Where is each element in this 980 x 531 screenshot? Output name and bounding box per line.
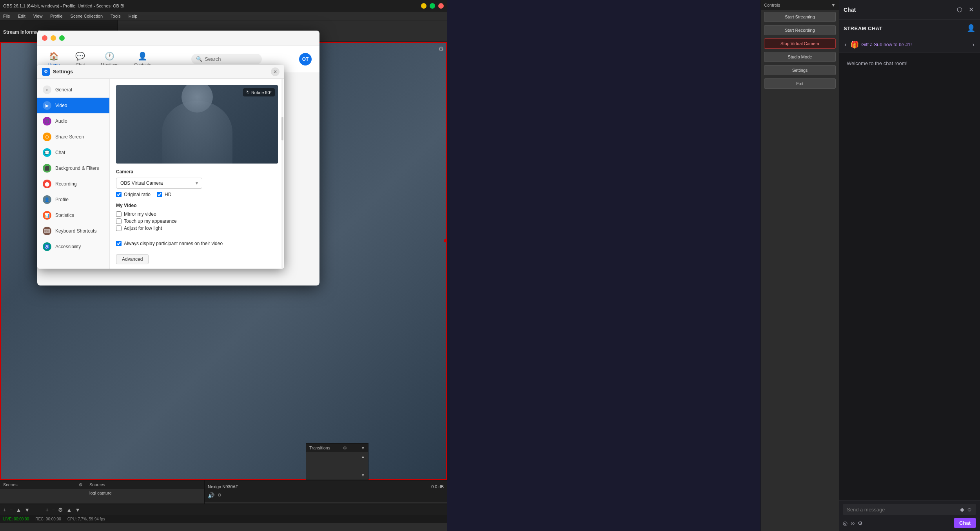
rotate-90-btn[interactable]: ↻ Rotate 90° <box>243 88 275 96</box>
chat-points-icon[interactable]: ◆ <box>960 506 964 513</box>
remove-scene-btn[interactable]: − <box>9 507 13 513</box>
exit-btn[interactable]: Exit <box>764 78 836 89</box>
share-screen-nav-label: Share Screen <box>55 134 84 140</box>
add-source-btn[interactable]: + <box>45 507 49 513</box>
sources-panel: Sources logi capture <box>86 480 205 504</box>
chat-send-button[interactable]: Chat <box>954 518 976 528</box>
settings-close-button[interactable]: ✕ <box>271 67 279 76</box>
scenes-header: Scenes ⚙ <box>0 480 86 489</box>
hd-label[interactable]: HD <box>165 192 171 197</box>
chat-gear-icon[interactable]: ⚙ <box>858 520 863 526</box>
move-scene-down-btn[interactable]: ▼ <box>24 507 30 513</box>
settings-nav-keyboard[interactable]: ⌨ Keyboard Shortcuts <box>37 223 109 239</box>
obs-settings-btn[interactable]: Settings <box>764 65 836 75</box>
audio-mute-icon[interactable]: 🔊 <box>208 492 214 498</box>
settings-nav-video[interactable]: ▶ Video <box>37 98 109 113</box>
zoom-search-bar[interactable]: 🔍 <box>191 54 262 64</box>
original-ratio-label[interactable]: Original ratio <box>124 192 151 197</box>
transitions-collapse-icon[interactable]: ▼ <box>361 446 365 450</box>
settings-nav-statistics[interactable]: 📊 Statistics <box>37 207 109 223</box>
mirror-label[interactable]: Mirror my video <box>124 211 156 217</box>
settings-nav-audio[interactable]: 🎵 Audio <box>37 113 109 129</box>
zoom-user-avatar[interactable]: OT <box>299 53 312 65</box>
bg-nav-label: Background & Filters <box>55 165 99 171</box>
rotate-icon: ↻ <box>246 90 250 95</box>
settings-nav-accessibility[interactable]: ♿ Accessibility <box>37 239 109 255</box>
start-streaming-btn[interactable]: Start Streaming <box>764 12 836 22</box>
zoom-minimize-button[interactable] <box>51 35 56 41</box>
add-scene-btn[interactable]: + <box>3 507 6 513</box>
chat-header-icons: ⬡ ✕ <box>955 4 975 15</box>
menu-view[interactable]: View <box>32 13 44 19</box>
settings-nav-recording[interactable]: ⬤ Recording <box>37 176 109 192</box>
obs-window-controls <box>421 3 444 9</box>
chat-bits-icon[interactable]: ∞ <box>851 520 855 526</box>
sub-banner-text[interactable]: Gift a Sub now to be #1! <box>861 42 912 47</box>
touch-appearance-label[interactable]: Touch up my appearance <box>124 218 177 224</box>
profile-nav-label: Profile <box>55 197 69 202</box>
always-display-checkbox[interactable] <box>116 241 122 246</box>
zoom-maximize-button[interactable] <box>59 35 65 41</box>
settings-nav-general[interactable]: ○ General <box>37 82 109 98</box>
zoom-contacts-icon: 👤 <box>138 51 147 61</box>
stats-nav-label: Statistics <box>55 213 74 218</box>
menu-file[interactable]: File <box>2 13 12 19</box>
chat-next-arrow-icon[interactable]: › <box>970 40 977 49</box>
touch-appearance-checkbox[interactable] <box>116 218 122 224</box>
hd-checkbox[interactable] <box>157 192 162 197</box>
chat-prev-arrow-icon[interactable]: ‹ <box>842 40 849 49</box>
obs-maximize-button[interactable] <box>430 3 435 9</box>
menu-tools[interactable]: Tools <box>109 13 122 19</box>
obs-close-button[interactable] <box>438 3 444 9</box>
remove-source-btn[interactable]: − <box>52 507 55 513</box>
mirror-checkbox[interactable] <box>116 211 122 217</box>
stream-chat-user-icon[interactable]: 👤 <box>967 24 975 33</box>
settings-nav-background[interactable]: ⬛ Background & Filters <box>37 160 109 176</box>
settings-nav-share-screen[interactable]: ⬡ Share Screen <box>37 129 109 145</box>
audio-settings-icon[interactable]: ⚙ <box>218 493 221 498</box>
settings-nav-profile[interactable]: 👤 Profile <box>37 192 109 207</box>
chat-header-title: Chat <box>844 7 856 13</box>
zoom-meetings-icon: 🕐 <box>105 51 114 61</box>
adjust-light-label[interactable]: Adjust for low light <box>124 225 162 231</box>
sub-banner: 🎁 Gift a Sub now to be #1! <box>849 37 970 52</box>
chat-message-input[interactable] <box>847 507 957 513</box>
chat-emoji-icon[interactable]: ☺ <box>967 506 972 513</box>
adjust-light-checkbox[interactable] <box>116 225 122 231</box>
source-item-logi[interactable]: logi capture <box>89 491 112 495</box>
chat-close-icon[interactable]: ✕ <box>967 4 975 15</box>
stop-virtual-camera-btn[interactable]: Stop Virtual Camera <box>764 38 836 49</box>
controls-collapse-icon[interactable]: ▼ <box>831 2 836 8</box>
zoom-close-button[interactable] <box>42 35 47 41</box>
settings-nav-chat[interactable]: 💬 Chat <box>37 145 109 160</box>
studio-mode-btn[interactable]: Studio Mode <box>764 52 836 62</box>
settings-scrollbar[interactable] <box>281 79 283 269</box>
chat-input-row: ◆ ☺ <box>843 504 976 515</box>
advanced-button[interactable]: Advanced <box>116 254 149 264</box>
original-ratio-checkbox[interactable] <box>116 192 122 197</box>
transitions-scroll-down[interactable]: ▼ <box>361 473 365 477</box>
menu-profile[interactable]: Profile <box>49 13 64 19</box>
transitions-gear-icon[interactable]: ⚙ <box>343 446 347 451</box>
camera-dropdown[interactable]: OBS Virtual Camera ▾ <box>116 178 202 189</box>
obs-minimize-button[interactable] <box>421 3 426 9</box>
always-display-label[interactable]: Always display participant names on thei… <box>124 241 223 246</box>
move-scene-up-btn[interactable]: ▲ <box>16 507 21 513</box>
preview-settings-icon[interactable]: ⚙ <box>438 45 444 53</box>
menu-edit[interactable]: Edit <box>16 13 27 19</box>
stats-nav-icon: 📊 <box>43 211 51 220</box>
menu-scene-collection[interactable]: Scene Collection <box>69 13 105 19</box>
chat-popout-icon[interactable]: ⬡ <box>955 4 964 15</box>
obs-title-text: OBS 26.1.1 (64-bit, windows) - Profile: … <box>3 4 421 8</box>
scenes-gear-icon[interactable]: ⚙ <box>79 482 83 487</box>
transitions-scroll-up[interactable]: ▲ <box>361 455 365 459</box>
move-source-down-btn[interactable]: ▼ <box>75 507 80 513</box>
menu-help[interactable]: Help <box>127 13 139 19</box>
start-recording-btn[interactable]: Start Recording <box>764 25 836 35</box>
zoom-search-input[interactable] <box>205 56 257 62</box>
settings-scrollbar-thumb[interactable] <box>281 117 283 140</box>
chat-nav-icon: 💬 <box>43 148 51 157</box>
source-settings-btn[interactable]: ⚙ <box>58 507 63 513</box>
move-source-up-btn[interactable]: ▲ <box>66 507 72 513</box>
settings-gear-icon: ⚙ <box>42 68 50 76</box>
